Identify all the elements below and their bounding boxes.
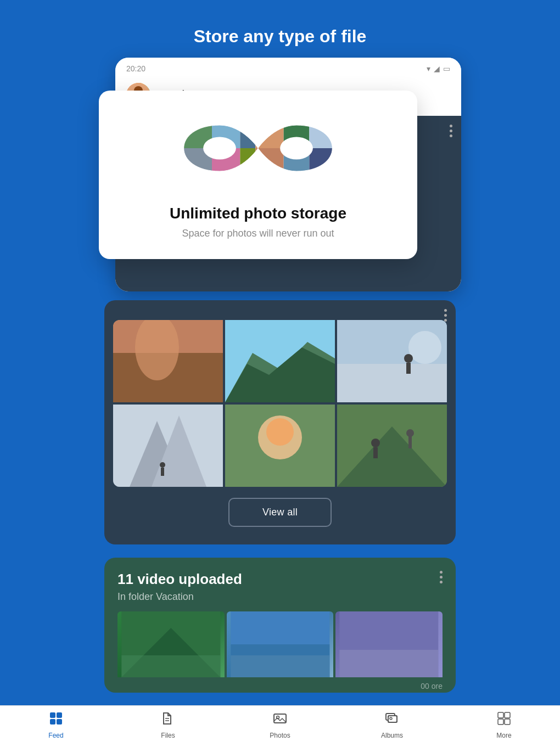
photo-grid xyxy=(113,320,447,487)
svg-rect-15 xyxy=(309,148,332,171)
svg-point-32 xyxy=(160,462,165,468)
svg-rect-7 xyxy=(255,125,283,148)
photo-cell-4[interactable] xyxy=(113,405,223,487)
svg-rect-53 xyxy=(50,719,55,724)
photo-cell-2[interactable] xyxy=(225,320,335,402)
footer-text: 00 ore xyxy=(117,677,443,693)
svg-rect-28 xyxy=(406,363,411,374)
view-all-button[interactable]: View all xyxy=(228,498,332,527)
dot-b xyxy=(444,314,447,317)
vdot-1 xyxy=(440,571,443,574)
svg-point-17 xyxy=(280,137,313,159)
svg-point-39 xyxy=(371,439,380,447)
more-icon xyxy=(497,711,511,729)
vdot-3 xyxy=(440,581,443,583)
albums-icon xyxy=(385,711,399,729)
status-icons: ▾ ◢ ▭ xyxy=(427,64,450,73)
dot-3 xyxy=(450,134,452,137)
photo-cell-6[interactable] xyxy=(337,405,447,487)
card-container: 20:20 ▾ ◢ ▭ xyxy=(99,58,461,291)
page-background: Store any type of file 20:20 ▾ ◢ ▭ xyxy=(0,0,560,706)
photo-cell-1[interactable] xyxy=(113,320,223,402)
svg-rect-40 xyxy=(373,447,378,458)
photo-cell-5[interactable] xyxy=(225,405,335,487)
vdot-2 xyxy=(440,576,443,578)
svg-point-27 xyxy=(404,354,413,363)
svg-point-36 xyxy=(266,418,294,446)
nav-albums[interactable]: Albums xyxy=(370,711,414,739)
svg-rect-13 xyxy=(255,148,283,171)
dot-a xyxy=(444,309,447,312)
video-menu[interactable] xyxy=(440,571,443,583)
svg-point-16 xyxy=(203,137,236,159)
svg-point-42 xyxy=(406,429,414,437)
status-bar: 20:20 ▾ ◢ ▭ xyxy=(115,58,461,77)
promo-card: Unlimited photo storage Space for photos… xyxy=(99,91,417,259)
nav-more-label: More xyxy=(496,732,511,739)
video-card: 11 video uploaded In folder Vacation xyxy=(104,558,456,693)
nav-photos[interactable]: Photos xyxy=(258,711,302,739)
svg-rect-64 xyxy=(505,712,510,718)
promo-subtitle: Space for photos will never run out xyxy=(115,228,401,239)
wifi-icon: ▾ xyxy=(427,64,430,73)
signal-icon: ◢ xyxy=(434,64,440,73)
nav-photos-label: Photos xyxy=(270,732,290,739)
promo-title: Unlimited photo storage xyxy=(115,205,401,222)
feed-icon xyxy=(49,711,63,729)
svg-rect-60 xyxy=(388,716,397,722)
page-heading: Store any type of file xyxy=(0,0,560,58)
svg-rect-33 xyxy=(161,468,164,476)
three-dots-menu[interactable] xyxy=(450,125,452,137)
nav-files-label: Files xyxy=(161,732,175,739)
bottom-nav: Feed Files Photos xyxy=(0,705,560,747)
dot-2 xyxy=(450,130,452,132)
svg-rect-50 xyxy=(340,650,439,677)
svg-rect-66 xyxy=(505,719,510,724)
svg-rect-52 xyxy=(57,712,62,718)
svg-rect-54 xyxy=(57,719,62,724)
content-wrapper: 20:20 ▾ ◢ ▭ xyxy=(0,58,560,706)
dot-1 xyxy=(450,125,452,127)
nav-files[interactable]: Files xyxy=(146,711,190,739)
photos-icon xyxy=(273,711,287,729)
infinity-symbol xyxy=(181,113,335,189)
nav-more[interactable]: More xyxy=(482,711,526,739)
svg-rect-45 xyxy=(121,655,220,677)
battery-icon: ▭ xyxy=(443,64,450,73)
svg-point-26 xyxy=(408,331,441,364)
video-card-text: 11 video uploaded In folder Vacation xyxy=(117,571,242,603)
svg-rect-63 xyxy=(498,712,503,718)
svg-rect-65 xyxy=(498,719,503,724)
video-thumbnail-strip xyxy=(117,611,443,677)
svg-rect-48 xyxy=(231,655,329,677)
video-thumb-3[interactable] xyxy=(335,611,443,677)
nav-feed-label: Feed xyxy=(48,732,63,739)
svg-rect-51 xyxy=(50,712,55,718)
svg-rect-9 xyxy=(309,125,332,148)
video-thumb-2[interactable] xyxy=(227,611,334,677)
video-subtitle: In folder Vacation xyxy=(117,591,242,603)
status-time: 20:20 xyxy=(126,64,145,73)
svg-rect-25 xyxy=(337,364,447,402)
photo-cell-3[interactable] xyxy=(337,320,447,402)
video-thumb-1[interactable] xyxy=(117,611,225,677)
video-card-header: 11 video uploaded In folder Vacation xyxy=(117,571,443,603)
photo-grid-section: View all xyxy=(104,300,456,544)
files-icon xyxy=(161,711,175,729)
nav-albums-label: Albums xyxy=(381,732,403,739)
nav-feed[interactable]: Feed xyxy=(34,711,78,739)
video-title: 11 video uploaded xyxy=(117,571,242,588)
svg-rect-57 xyxy=(274,714,286,723)
